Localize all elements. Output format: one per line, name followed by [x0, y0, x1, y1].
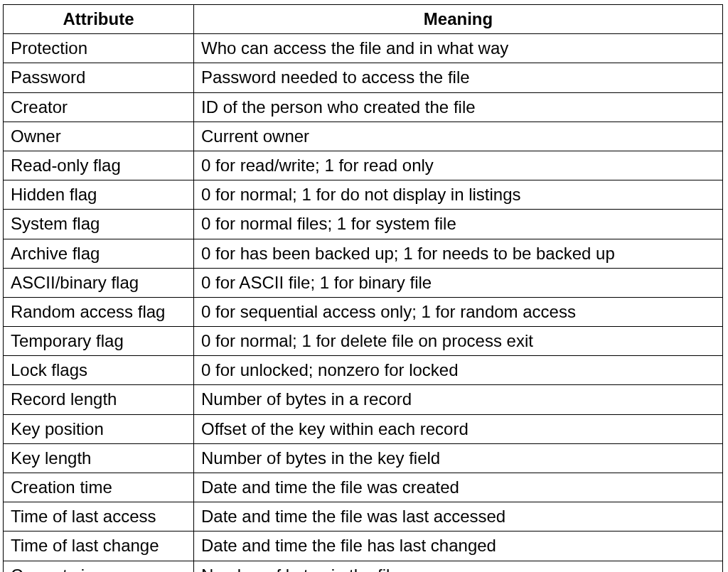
cell-meaning: 0 for unlocked; nonzero for locked — [194, 356, 723, 385]
cell-meaning: Offset of the key within each record — [194, 414, 723, 443]
cell-attribute: Lock flags — [4, 356, 194, 385]
cell-meaning: Password needed to access the file — [194, 63, 723, 92]
table-row: Time of last change Date and time the fi… — [4, 531, 723, 561]
table-row: Random access flag 0 for sequential acce… — [4, 297, 723, 326]
cell-meaning: Date and time the file was last accessed — [194, 502, 723, 531]
table-row: Creation time Date and time the file was… — [4, 473, 723, 502]
table-row: Creator ID of the person who created the… — [4, 92, 723, 122]
cell-meaning: Number of bytes in a record — [194, 385, 723, 414]
cell-attribute: System flag — [4, 210, 194, 239]
table-row: ASCII/binary flag 0 for ASCII file; 1 fo… — [4, 268, 723, 297]
cell-meaning: 0 for normal; 1 for delete file on proce… — [194, 327, 723, 356]
cell-attribute: Archive flag — [4, 239, 194, 268]
column-header-meaning: Meaning — [194, 5, 723, 34]
cell-attribute: Random access flag — [4, 297, 194, 326]
table-row: System flag 0 for normal files; 1 for sy… — [4, 210, 723, 239]
table-row: Temporary flag 0 for normal; 1 for delet… — [4, 327, 723, 356]
cell-attribute: Hidden flag — [4, 180, 194, 210]
table-row: Record length Number of bytes in a recor… — [4, 385, 723, 414]
table-row: Password Password needed to access the f… — [4, 63, 723, 92]
cell-attribute: Time of last change — [4, 531, 194, 561]
cell-attribute: Current size — [4, 561, 194, 572]
cell-meaning: 0 for sequential access only; 1 for rand… — [194, 297, 723, 326]
table-header-row: Attribute Meaning — [4, 5, 723, 34]
page-content: Attribute Meaning Protection Who can acc… — [0, 0, 728, 572]
cell-meaning: Who can access the file and in what way — [194, 34, 723, 63]
table-row: Key position Offset of the key within ea… — [4, 414, 723, 443]
cell-attribute: Owner — [4, 122, 194, 151]
cell-meaning: Number of bytes in the file — [194, 561, 723, 572]
table-row: Read-only flag 0 for read/write; 1 for r… — [4, 151, 723, 180]
column-header-attribute: Attribute — [4, 5, 194, 34]
table-row: Lock flags 0 for unlocked; nonzero for l… — [4, 356, 723, 385]
cell-attribute: Creator — [4, 92, 194, 122]
cell-meaning: Date and time the file has last changed — [194, 531, 723, 561]
cell-meaning: 0 for has been backed up; 1 for needs to… — [194, 239, 723, 268]
table-row: Archive flag 0 for has been backed up; 1… — [4, 239, 723, 268]
cell-attribute: Creation time — [4, 473, 194, 502]
table-row: Current size Number of bytes in the file — [4, 561, 723, 572]
cell-attribute: Protection — [4, 34, 194, 63]
table-row: Hidden flag 0 for normal; 1 for do not d… — [4, 180, 723, 210]
table-body: Protection Who can access the file and i… — [4, 34, 723, 572]
table-row: Time of last access Date and time the fi… — [4, 502, 723, 531]
table-header: Attribute Meaning — [4, 5, 723, 34]
cell-attribute: Key length — [4, 443, 194, 473]
cell-meaning: 0 for normal files; 1 for system file — [194, 210, 723, 239]
cell-meaning: 0 for ASCII file; 1 for binary file — [194, 268, 723, 297]
cell-meaning: 0 for read/write; 1 for read only — [194, 151, 723, 180]
cell-attribute: Record length — [4, 385, 194, 414]
file-attributes-table: Attribute Meaning Protection Who can acc… — [3, 4, 723, 572]
table-row: Owner Current owner — [4, 122, 723, 151]
cell-attribute: ASCII/binary flag — [4, 268, 194, 297]
cell-attribute: Read-only flag — [4, 151, 194, 180]
cell-attribute: Key position — [4, 414, 194, 443]
table-row: Key length Number of bytes in the key fi… — [4, 443, 723, 473]
cell-meaning: Number of bytes in the key field — [194, 443, 723, 473]
cell-meaning: Date and time the file was created — [194, 473, 723, 502]
cell-meaning: ID of the person who created the file — [194, 92, 723, 122]
cell-meaning: Current owner — [194, 122, 723, 151]
cell-attribute: Time of last access — [4, 502, 194, 531]
cell-meaning: 0 for normal; 1 for do not display in li… — [194, 180, 723, 210]
table-row: Protection Who can access the file and i… — [4, 34, 723, 63]
cell-attribute: Password — [4, 63, 194, 92]
cell-attribute: Temporary flag — [4, 327, 194, 356]
